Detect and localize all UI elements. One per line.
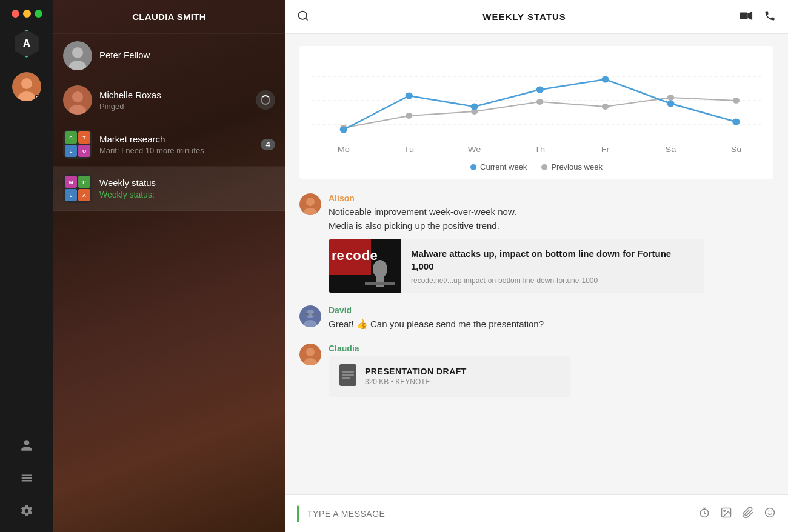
svg-text:Fr: Fr <box>601 145 610 154</box>
weekly-preview: Weekly status: <box>99 190 275 199</box>
peter-avatar <box>63 41 92 70</box>
traffic-lights <box>12 10 42 18</box>
message-alison: Alison Noticeable improvement week-over-… <box>299 193 773 293</box>
link-url: recode.net/...up-impact-on-bottom-line-d… <box>411 276 695 285</box>
link-preview-card[interactable]: re co de Malware attacks up, impact on b… <box>329 239 704 293</box>
loading-spinner <box>261 95 270 105</box>
image-icon[interactable] <box>720 507 732 521</box>
chat-list-title: CLAUDIA SMITH <box>132 12 206 22</box>
svg-rect-11 <box>740 12 748 19</box>
svg-point-19 <box>536 99 543 105</box>
file-attachment[interactable]: PRESENTATION DRAFT 320 KB • KEYNOTE <box>329 356 571 397</box>
legend-previous-week: Previous week <box>541 162 603 171</box>
group-cell-a: A <box>78 189 90 201</box>
person-nav-button[interactable] <box>20 439 33 454</box>
main-content: WEEKLY STATUS <box>285 0 788 532</box>
chat-item-michelle[interactable]: Michelle Roxas Pinged <box>53 78 285 122</box>
link-thumbnail: re co de <box>329 239 401 293</box>
svg-point-25 <box>471 104 478 110</box>
group-cell-o: O <box>78 145 90 157</box>
link-title: Malware attacks up, impact on bottom lin… <box>411 247 695 273</box>
online-dot <box>35 95 41 101</box>
emoji-send-icon[interactable] <box>764 507 776 521</box>
messages-area: Mo Tu We Th Fr Sa Su Current week Previo… <box>285 34 788 494</box>
svg-text:Mo: Mo <box>338 145 350 154</box>
svg-point-23 <box>340 127 347 133</box>
svg-text:Tu: Tu <box>404 145 415 154</box>
group-cell-m: M <box>65 176 77 188</box>
alison-message-body: Alison Noticeable improvement week-over-… <box>329 193 773 293</box>
weekly-avatar-group: M P L A <box>63 174 92 203</box>
svg-point-20 <box>602 104 609 110</box>
chat-list-header: CLAUDIA SMITH <box>53 0 285 34</box>
market-preview: Marit: I need 10 more minutes <box>99 146 253 155</box>
input-icons <box>698 507 776 521</box>
group-cell-p: P <box>78 176 90 188</box>
svg-point-9 <box>299 11 307 19</box>
attachment-icon[interactable] <box>742 507 754 521</box>
input-divider <box>297 505 299 522</box>
message-david: David Great! 👍 Can you please send me th… <box>299 305 773 331</box>
message-input[interactable] <box>307 509 690 519</box>
michelle-avatar <box>63 85 92 115</box>
david-sender-name: David <box>329 305 773 315</box>
video-camera-icon[interactable] <box>740 10 753 24</box>
close-button[interactable] <box>12 10 19 18</box>
chat-list-panel: CLAUDIA SMITH Peter Fellow Michelle Roxa… <box>53 0 285 532</box>
legend-dot-previous <box>541 164 547 170</box>
alison-message-text: Noticeable improvement week-over-week no… <box>329 205 773 233</box>
alison-sender-name: Alison <box>329 193 773 203</box>
header-icons <box>740 10 776 24</box>
svg-text:de: de <box>362 248 378 263</box>
phone-icon[interactable] <box>764 10 776 24</box>
chart-legend: Current week Previous week <box>312 162 761 171</box>
svg-point-21 <box>667 95 674 101</box>
svg-point-63 <box>724 510 726 511</box>
user-avatar-hex[interactable]: A <box>13 30 41 58</box>
group-cell-t: T <box>78 131 90 144</box>
market-avatar-group: S T L O <box>63 130 92 159</box>
svg-point-26 <box>536 87 543 93</box>
david-avatar <box>299 305 321 327</box>
chat-item-market[interactable]: S T L O Market research Marit: I need 10… <box>53 122 285 167</box>
timer-icon[interactable] <box>698 507 710 521</box>
claudia-msg-avatar <box>299 344 321 365</box>
message-input-area <box>285 494 788 532</box>
settings-nav-button[interactable] <box>20 504 33 520</box>
svg-text:re: re <box>332 248 344 263</box>
michelle-name: Michelle Roxas <box>99 90 249 100</box>
menu-nav-button[interactable] <box>20 471 33 487</box>
chat-item-weekly[interactable]: M P L A Weekly status Weekly status: <box>53 167 285 211</box>
peter-info: Peter Fellow <box>99 50 275 62</box>
svg-line-10 <box>306 18 308 20</box>
file-info: PRESENTATION DRAFT 320 KB • KEYNOTE <box>365 367 467 386</box>
legend-current-week: Current week <box>470 162 527 171</box>
main-header: WEEKLY STATUS <box>285 0 788 34</box>
claudia-message-body: Claudia PRESENTATION DRAFT <box>329 344 773 397</box>
search-icon[interactable] <box>297 10 309 24</box>
svg-text:Su: Su <box>730 145 741 154</box>
group-cell-l: L <box>65 145 77 157</box>
alison-avatar <box>299 193 321 215</box>
peter-name: Peter Fellow <box>99 50 275 60</box>
chat-title: WEEKLY STATUS <box>309 12 740 22</box>
svg-point-17 <box>406 113 412 119</box>
svg-point-7 <box>72 91 83 102</box>
legend-dot-current <box>470 164 476 170</box>
svg-point-1 <box>21 78 32 89</box>
svg-point-24 <box>406 93 413 99</box>
weekly-chart: Mo Tu We Th Fr Sa Su Current week Previo… <box>299 46 773 179</box>
svg-text:co: co <box>346 248 361 263</box>
michelle-badge <box>256 90 275 110</box>
maximize-button[interactable] <box>35 10 42 18</box>
svg-rect-60 <box>342 377 350 379</box>
weekly-info: Weekly status Weekly status: <box>99 178 275 199</box>
claudia-sender-name: Claudia <box>329 344 773 353</box>
group-cell-l2: L <box>65 189 77 201</box>
michelle-preview: Pinged <box>99 102 249 111</box>
group-cell-s: S <box>65 131 77 144</box>
svg-rect-46 <box>376 275 384 287</box>
minimize-button[interactable] <box>23 10 31 18</box>
sidebar-contact-claudia[interactable] <box>12 72 41 101</box>
chat-item-peter[interactable]: Peter Fellow <box>53 34 285 78</box>
